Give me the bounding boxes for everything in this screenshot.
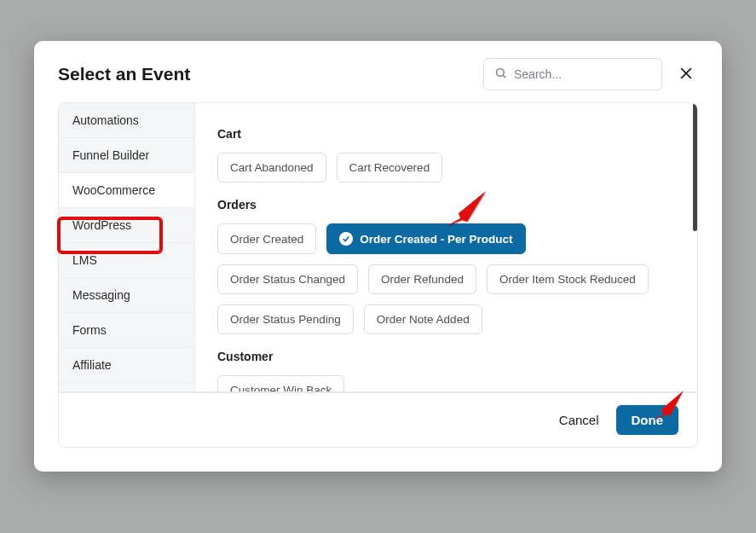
search-field[interactable]: [483, 58, 662, 90]
event-cart-recovered[interactable]: Cart Recovered: [337, 153, 443, 182]
done-button[interactable]: Done: [616, 405, 679, 435]
event-customer-win-back[interactable]: Customer Win Back: [217, 375, 344, 391]
close-icon: [678, 72, 695, 84]
event-content: Cart Cart Abandoned Cart Recovered Order…: [195, 103, 697, 391]
close-button[interactable]: [674, 61, 698, 88]
check-icon: [339, 232, 353, 246]
modal-footer: Cancel Done: [59, 393, 697, 447]
sidebar-item-woocommerce[interactable]: WooCommerce: [59, 173, 194, 208]
event-order-item-stock-reduced[interactable]: Order Item Stock Reduced: [487, 264, 649, 294]
header-right: [483, 58, 698, 90]
orders-pills: Order Created Order Created - Per Produc…: [217, 223, 675, 334]
modal-header: Select an Event: [34, 41, 722, 102]
cart-pills: Cart Abandoned Cart Recovered: [217, 153, 675, 182]
sidebar-item-lms[interactable]: LMS: [59, 243, 194, 278]
event-cart-abandoned[interactable]: Cart Abandoned: [217, 153, 326, 182]
sidebar-item-forms[interactable]: Forms: [59, 313, 194, 348]
modal-body: Automations Funnel Builder WooCommerce W…: [58, 102, 698, 392]
event-label: Order Created - Per Product: [360, 233, 512, 246]
sidebar-item-wordpress[interactable]: WordPress: [59, 208, 194, 243]
event-order-created[interactable]: Order Created: [217, 223, 316, 254]
sidebar-item-funnel-builder[interactable]: Funnel Builder: [59, 138, 194, 173]
select-event-modal: Select an Event Automations Funnel Build…: [34, 41, 722, 472]
cancel-button[interactable]: Cancel: [559, 413, 599, 427]
sidebar-item-messaging[interactable]: Messaging: [59, 278, 194, 313]
event-order-status-pending[interactable]: Order Status Pending: [217, 304, 354, 334]
sidebar-item-affiliate[interactable]: Affiliate: [59, 348, 194, 383]
event-order-note-added[interactable]: Order Note Added: [364, 304, 482, 334]
search-icon: [494, 67, 507, 83]
modal-title: Select an Event: [58, 64, 190, 84]
section-title-orders: Orders: [217, 198, 675, 211]
sidebar-item-crm[interactable]: CRM: [59, 383, 194, 392]
event-order-created-per-product[interactable]: Order Created - Per Product: [326, 223, 525, 254]
svg-line-1: [503, 75, 505, 78]
sidebar-item-automations[interactable]: Automations: [59, 103, 194, 138]
sidebar: Automations Funnel Builder WooCommerce W…: [59, 103, 195, 391]
svg-point-0: [497, 68, 505, 76]
section-title-cart: Cart: [217, 127, 675, 141]
modal-footer-wrap: Cancel Done: [58, 392, 698, 448]
search-input[interactable]: [514, 67, 651, 81]
event-order-refunded[interactable]: Order Refunded: [368, 264, 476, 294]
customer-pills: Customer Win Back: [217, 375, 675, 391]
section-title-customer: Customer: [217, 350, 675, 363]
event-order-status-changed[interactable]: Order Status Changed: [217, 264, 358, 294]
